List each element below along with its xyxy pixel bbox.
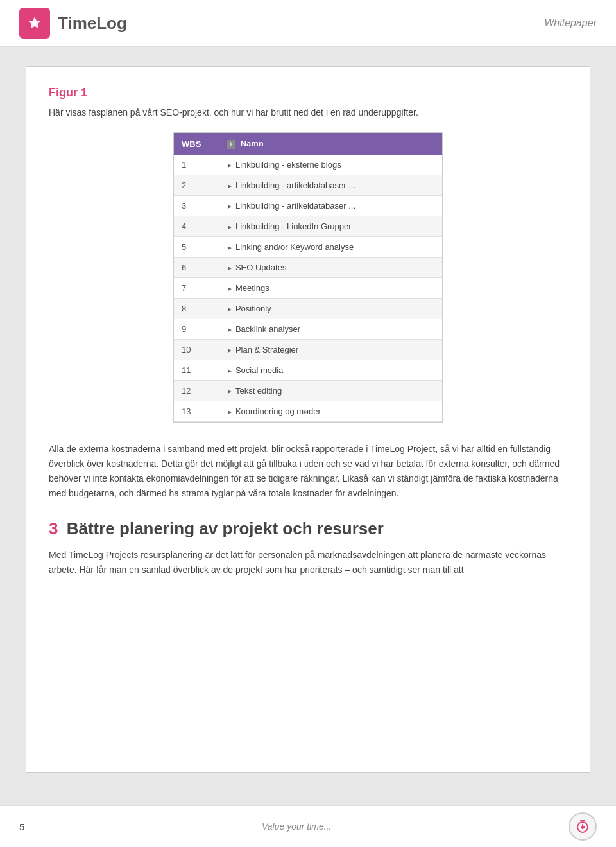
page-number: 5 [19,821,24,832]
row-expand-icon: ► [227,347,233,354]
row-name: ►Linkbuilding - artikeldatabaser ... [219,196,442,216]
col-header-name: + Namn [219,133,442,155]
table-row: 9►Backlink analyser [174,319,442,340]
row-expand-icon: ► [227,326,233,333]
footer-icon-area [569,812,597,841]
svg-point-2 [33,21,37,25]
row-expand-icon: ► [227,388,233,395]
row-expand-icon: ► [227,203,233,210]
timelog-logo [19,8,50,39]
brand-name: TimeLog [58,13,127,33]
table-row: 2►Linkbuilding - artikeldatabaser ... [174,175,442,196]
figure-description: Här visas fasplanen på vårt SEO-projekt,… [49,106,567,119]
table-row: 3►Linkbuilding - artikeldatabaser ... [174,196,442,216]
row-name: ►Linking and/or Keyword analyse [219,237,442,258]
table-row: 10►Plan & Strategier [174,340,442,360]
row-number: 12 [174,381,219,401]
main-content-area: Figur 1 Här visas fasplanen på vårt SEO-… [26,66,590,773]
table-row: 8►Positionly [174,299,442,319]
row-name: ►SEO Updates [219,258,442,278]
col-name-with-plus: + Namn [227,139,264,148]
row-name: ►Social media [219,360,442,381]
page-footer: 5 Value your time... [0,805,616,847]
row-name: ►Meetings [219,278,442,299]
row-expand-icon: ► [227,306,233,313]
row-name: ►Linkbuilding - eksterne blogs [219,155,442,175]
row-number: 7 [174,278,219,299]
figure-title: Figur 1 [49,86,567,100]
row-expand-icon: ► [227,367,233,374]
row-number: 5 [174,237,219,258]
col-header-wbs: WBS [174,133,219,155]
table-header-row: WBS + Namn [174,133,442,155]
table-row: 7►Meetings [174,278,442,299]
section-number: 3 [49,519,58,538]
brand-area: TimeLog [19,8,127,39]
row-number: 3 [174,196,219,216]
row-number: 10 [174,340,219,360]
plus-icon: + [227,140,235,149]
row-number: 8 [174,299,219,319]
row-name: ►Plan & Strategier [219,340,442,360]
row-name: ►Backlink analyser [219,319,442,340]
wbs-table: WBS + Namn 1►Linkbuilding - eksterne blo… [174,133,442,422]
row-expand-icon: ► [227,408,233,415]
row-number: 1 [174,155,219,175]
row-number: 9 [174,319,219,340]
row-number: 4 [174,216,219,237]
table-row: 12►Tekst editing [174,381,442,401]
body-paragraph-1: Alla de externa kostnaderna i samband me… [49,442,567,501]
table-row: 6►SEO Updates [174,258,442,278]
row-expand-icon: ► [227,285,233,292]
header-tagline: Whitepaper [544,17,597,29]
table-row: 1►Linkbuilding - eksterne blogs [174,155,442,175]
section-title: Bättre planering av projekt och resurser [67,519,384,538]
row-name: ►Linkbuilding - artikeldatabaser ... [219,175,442,196]
wbs-table-container: WBS + Namn 1►Linkbuilding - eksterne blo… [173,132,443,423]
page-header: TimeLog Whitepaper [0,0,616,47]
table-row: 5►Linking and/or Keyword analyse [174,237,442,258]
row-name: ►Linkbuilding - LinkedIn Grupper [219,216,442,237]
table-row: 13►Koordinering og møder [174,401,442,422]
row-expand-icon: ► [227,182,233,189]
row-name: ►Positionly [219,299,442,319]
row-expand-icon: ► [227,162,233,169]
body-paragraph-2: Med TimeLog Projects resursplanering är … [49,548,567,577]
row-name: ►Koordinering og møder [219,401,442,422]
row-number: 6 [174,258,219,278]
row-expand-icon: ► [227,265,233,272]
row-number: 13 [174,401,219,422]
row-number: 2 [174,175,219,196]
table-row: 4►Linkbuilding - LinkedIn Grupper [174,216,442,237]
table-row: 11►Social media [174,360,442,381]
timer-icon [569,812,597,841]
row-number: 11 [174,360,219,381]
row-name: ►Tekst editing [219,381,442,401]
wbs-table-body: 1►Linkbuilding - eksterne blogs2►Linkbui… [174,155,442,422]
row-expand-icon: ► [227,244,233,251]
section-heading: 3 Bättre planering av projekt och resurs… [49,519,567,539]
footer-tagline: Value your time... [262,821,331,832]
row-expand-icon: ► [227,223,233,231]
